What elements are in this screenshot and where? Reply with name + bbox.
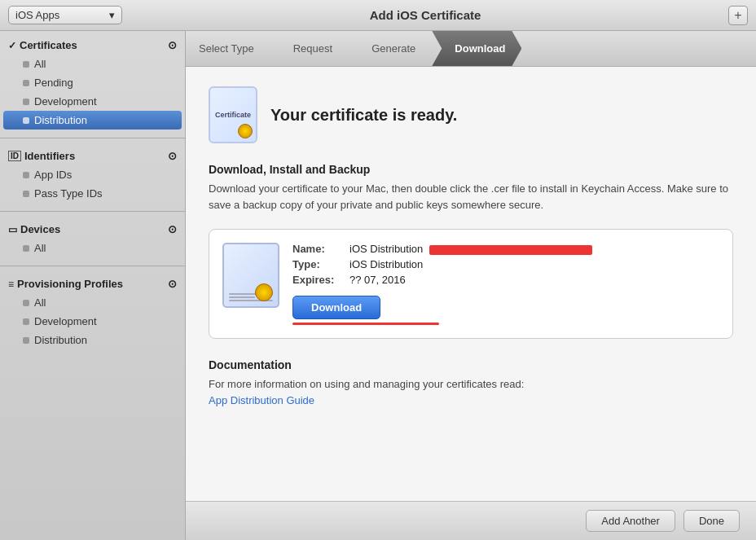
- sidebar-header-devices[interactable]: ▭ Devices ⊙: [0, 220, 185, 239]
- sidebar-item-label: Development: [34, 315, 97, 327]
- sidebar-item-label: All: [34, 58, 46, 70]
- sidebar-item-certs-distribution[interactable]: Distribution: [3, 111, 182, 130]
- cert-ready-heading: Your certificate is ready.: [270, 106, 457, 125]
- cert-ready-section: Certificate Your certificate is ready.: [209, 86, 733, 143]
- sidebar-section-provisioning: ≡ Provisioning Profiles ⊙ All Developmen…: [0, 270, 185, 354]
- step-label: Request: [293, 42, 332, 55]
- cert-expires-row: Expires: ?? 07, 2016: [292, 274, 719, 286]
- content-scroll: Certificate Your certificate is ready. D…: [186, 67, 756, 501]
- sidebar-item-label: All: [34, 242, 46, 254]
- doc-title: Documentation: [209, 358, 733, 371]
- sidebar-divider: [0, 138, 185, 138]
- dot-icon: [23, 337, 29, 344]
- sidebar-item-prov-distribution[interactable]: Distribution: [0, 331, 185, 349]
- content-area: Select Type Request Generate Download Ce…: [186, 31, 756, 540]
- dot-icon: [23, 318, 29, 325]
- redacted-underline: [292, 323, 439, 325]
- sidebar-item-label: Pass Type IDs: [34, 187, 103, 200]
- app-distribution-guide-link[interactable]: App Distribution Guide: [209, 394, 314, 406]
- dot-icon: [23, 191, 29, 197]
- cert-badge-icon: [238, 124, 253, 138]
- sidebar-item-label: Distribution: [34, 114, 87, 126]
- sidebar-item-certs-all[interactable]: All: [0, 55, 185, 73]
- sidebar-item-app-ids[interactable]: App IDs: [0, 165, 185, 184]
- sidebar-item-prov-all[interactable]: All: [0, 293, 185, 312]
- ios-apps-label: iOS Apps: [15, 9, 59, 21]
- main-layout: ✓ Certificates ⊙ All Pending Development…: [0, 31, 756, 540]
- bottom-bar: Add Another Done: [186, 501, 756, 540]
- devices-label: Devices: [20, 223, 168, 235]
- sidebar-divider-3: [0, 266, 185, 266]
- page-title: Add iOS Certificate: [122, 8, 728, 22]
- cert-type-label: Type:: [292, 258, 349, 270]
- cert-type-row: Type: iOS Distribution: [292, 258, 719, 270]
- sidebar-header-identifiers[interactable]: ID Identifiers ⊙: [0, 147, 185, 165]
- identifiers-icon: ID: [8, 151, 21, 161]
- certificate-icon-small: [222, 243, 279, 308]
- doc-section: Documentation For more information on us…: [209, 358, 733, 408]
- provisioning-label: Provisioning Profiles: [17, 278, 168, 290]
- dot-icon: [23, 245, 29, 252]
- sidebar-item-label: Pending: [34, 77, 73, 89]
- cert-name-row: Name: iOS Distribution: [292, 243, 719, 255]
- identifiers-label: Identifiers: [24, 150, 168, 162]
- sidebar-item-devices-all[interactable]: All: [0, 239, 185, 257]
- dot-icon: [23, 300, 29, 306]
- steps-bar: Select Type Request Generate Download: [186, 31, 756, 67]
- cert-badge-small-icon: [255, 283, 273, 301]
- dot-icon: [23, 99, 29, 105]
- chevron-down-icon: ⊙: [168, 278, 177, 290]
- top-bar-actions: +: [728, 6, 748, 25]
- chevron-down-icon: ⊙: [168, 39, 177, 51]
- cert-name-label: Name:: [292, 243, 349, 255]
- redacted-bar: [429, 245, 592, 255]
- dot-icon: [23, 117, 29, 124]
- sidebar-header-certificates[interactable]: ✓ Certificates ⊙: [0, 36, 185, 55]
- step-request[interactable]: Request: [270, 31, 349, 66]
- cert-type-value: iOS Distribution: [349, 258, 719, 270]
- dot-icon: [23, 172, 29, 178]
- sidebar-item-label: App IDs: [34, 169, 72, 181]
- sidebar-item-label: Distribution: [34, 334, 87, 346]
- done-button[interactable]: Done: [683, 510, 740, 532]
- certificates-label: Certificates: [20, 39, 168, 51]
- cert-details: Name: iOS Distribution Type: iOS Distrib…: [292, 243, 719, 325]
- download-section-desc: Download your certificate to your Mac, t…: [209, 181, 733, 213]
- sidebar-section-devices: ▭ Devices ⊙ All: [0, 215, 185, 262]
- sidebar-item-pass-type-ids[interactable]: Pass Type IDs: [0, 184, 185, 203]
- download-section-title: Download, Install and Backup: [209, 163, 733, 176]
- sidebar-item-prov-development[interactable]: Development: [0, 312, 185, 331]
- provisioning-icon: ≡: [8, 279, 14, 290]
- dropdown-arrow-icon: ▾: [109, 9, 115, 21]
- chevron-down-icon: ⊙: [168, 223, 177, 235]
- devices-icon: ▭: [8, 224, 17, 235]
- download-button[interactable]: Download: [292, 296, 380, 319]
- cert-card: Name: iOS Distribution Type: iOS Distrib…: [209, 229, 733, 339]
- sidebar-header-provisioning[interactable]: ≡ Provisioning Profiles ⊙: [0, 274, 185, 293]
- step-label: Generate: [371, 42, 415, 55]
- step-select-type[interactable]: Select Type: [186, 31, 270, 66]
- download-btn-wrapper: Download: [292, 289, 719, 325]
- certificate-icon-large: Certificate: [209, 86, 257, 143]
- sidebar-item-label: Development: [34, 95, 97, 108]
- sidebar-divider-2: [0, 211, 185, 212]
- dot-icon: [23, 61, 29, 68]
- top-bar: iOS Apps ▾ Add iOS Certificate +: [0, 0, 756, 31]
- step-label: Download: [455, 42, 505, 55]
- sidebar-section-certificates: ✓ Certificates ⊙ All Pending Development…: [0, 31, 185, 134]
- cert-expires-value: ?? 07, 2016: [349, 274, 719, 286]
- certificates-icon: ✓: [8, 40, 16, 51]
- step-generate[interactable]: Generate: [349, 31, 432, 66]
- cert-name-value: iOS Distribution: [349, 243, 719, 255]
- add-another-button[interactable]: Add Another: [586, 510, 675, 532]
- sidebar-item-certs-pending[interactable]: Pending: [0, 73, 185, 92]
- sidebar: ✓ Certificates ⊙ All Pending Development…: [0, 31, 186, 540]
- add-button[interactable]: +: [728, 6, 748, 25]
- ios-apps-dropdown[interactable]: iOS Apps ▾: [8, 6, 122, 24]
- doc-desc: For more information on using and managi…: [209, 376, 733, 408]
- sidebar-item-label: All: [34, 296, 46, 309]
- sidebar-section-identifiers: ID Identifiers ⊙ App IDs Pass Type IDs: [0, 142, 185, 208]
- chevron-down-icon: ⊙: [168, 150, 177, 162]
- step-download[interactable]: Download: [432, 31, 521, 66]
- sidebar-item-certs-development[interactable]: Development: [0, 92, 185, 111]
